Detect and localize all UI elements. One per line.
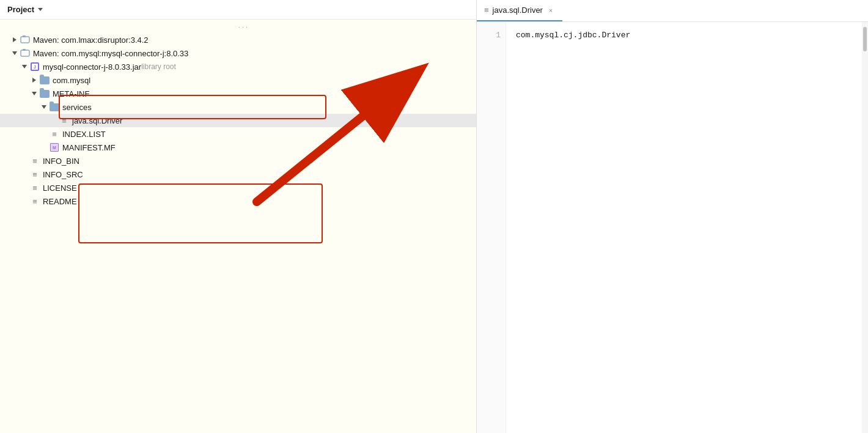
index-list-label: INDEX.LIST — [62, 130, 106, 139]
tree-item-meta-inf[interactable]: META-INF — [0, 87, 476, 100]
spacer-manifest — [39, 142, 49, 152]
java-sql-driver-label: java.sql.Driver — [72, 116, 122, 125]
tree-item-services[interactable]: services — [0, 100, 476, 114]
svg-rect-0 — [21, 37, 29, 43]
manifest-label: MANIFEST.MF — [62, 143, 116, 152]
tree-item-info-bin[interactable]: ≡ INFO_BIN — [0, 154, 476, 168]
text-file-icon-license: ≡ — [29, 182, 40, 193]
line-number-1: 1 — [482, 29, 501, 42]
tab-close-button[interactable]: × — [546, 6, 555, 15]
scrollbar-thumb[interactable] — [863, 27, 867, 51]
toggle-icon-disruptor — [10, 35, 20, 45]
manifest-icon: M — [49, 142, 60, 153]
line-numbers: 1 — [477, 22, 506, 433]
text-file-icon-info-src: ≡ — [29, 169, 40, 180]
tree-item-maven-mysql[interactable]: Maven: com.mysql:mysql-connector-j:8.0.3… — [0, 46, 476, 60]
tab-file-icon: ≡ — [484, 6, 489, 15]
toggle-icon-meta-inf — [29, 89, 39, 98]
panel-dropdown-icon[interactable] — [38, 8, 43, 11]
tree-item-com-mysql[interactable]: com.mysql — [0, 73, 476, 87]
spacer-info-bin — [20, 156, 29, 166]
info-bin-label: INFO_BIN — [43, 157, 79, 166]
collapsed-indicator: · · · — [0, 22, 476, 33]
editor-tab-java-sql[interactable]: ≡ java.sql.Driver × — [477, 0, 562, 21]
tree-item-jar[interactable]: J mysql-connector-j-8.0.33.jar library r… — [0, 60, 476, 73]
folder-icon-meta-inf — [39, 88, 50, 99]
maven-mysql-label: Maven: com.mysql:mysql-connector-j:8.0.3… — [33, 49, 188, 58]
spacer-java-sql — [49, 116, 59, 125]
jar-file-icon: J — [29, 61, 40, 72]
meta-inf-label: META-INF — [53, 89, 89, 98]
panel-header[interactable]: Project — [0, 0, 476, 20]
maven-disruptor-label: Maven: com.lmax:disruptor:3.4.2 — [33, 35, 149, 45]
tree-item-info-src[interactable]: ≡ INFO_SRC — [0, 168, 476, 181]
maven-icon-mysql — [20, 48, 31, 59]
folder-icon-services — [49, 102, 60, 113]
svg-rect-2 — [21, 50, 29, 56]
toggle-icon-mysql — [10, 48, 20, 58]
tree-item-index-list[interactable]: ≡ INDEX.LIST — [0, 127, 476, 141]
editor-tab-bar: ≡ java.sql.Driver × — [477, 0, 868, 22]
tab-label: java.sql.Driver — [493, 6, 543, 15]
info-src-label: INFO_SRC — [43, 170, 83, 179]
editor-panel: ≡ java.sql.Driver × 1 com.mysql.cj.jdbc.… — [477, 0, 868, 433]
text-file-icon-readme: ≡ — [29, 196, 40, 207]
text-file-icon-java-sql: ≡ — [59, 115, 70, 126]
tree-item-maven-disruptor[interactable]: Maven: com.lmax:disruptor:3.4.2 — [0, 33, 476, 46]
spacer-index — [39, 129, 49, 139]
jar-suffix: library root — [141, 62, 176, 71]
readme-label: README — [43, 197, 77, 206]
file-tree: · · · Maven: com.lmax:disruptor:3.4.2 Ma… — [0, 20, 476, 433]
jar-label: mysql-connector-j-8.0.33.jar — [43, 62, 141, 72]
toggle-icon-jar — [20, 62, 29, 72]
panel-title: Project — [7, 5, 34, 14]
spacer-info-src — [20, 169, 29, 179]
tree-item-manifest[interactable]: M MANIFEST.MF — [0, 141, 476, 154]
text-file-icon-info-bin: ≡ — [29, 155, 40, 166]
spacer-license — [20, 183, 29, 193]
svg-rect-1 — [23, 35, 26, 37]
editor-code-area[interactable]: com.mysql.cj.jdbc.Driver — [506, 22, 862, 433]
text-file-icon-index: ≡ — [49, 128, 60, 139]
license-label: LICENSE — [43, 183, 77, 193]
scrollbar-track[interactable] — [862, 22, 868, 433]
code-line-1: com.mysql.cj.jdbc.Driver — [516, 29, 852, 42]
project-panel: Project · · · Maven: com.lmax:disruptor:… — [0, 0, 477, 433]
toggle-icon-com-mysql — [29, 75, 39, 85]
toggle-icon-services — [39, 102, 49, 112]
tree-item-license[interactable]: ≡ LICENSE — [0, 181, 476, 194]
com-mysql-label: com.mysql — [53, 76, 90, 85]
editor-content: 1 com.mysql.cj.jdbc.Driver — [477, 22, 868, 433]
maven-icon-disruptor — [20, 34, 31, 45]
tree-item-java-sql-driver[interactable]: ≡ java.sql.Driver — [0, 114, 476, 127]
services-label: services — [62, 103, 92, 112]
spacer-readme — [20, 196, 29, 206]
folder-icon-com-mysql — [39, 75, 50, 86]
svg-rect-3 — [23, 49, 26, 51]
tree-item-readme[interactable]: ≡ README — [0, 194, 476, 208]
